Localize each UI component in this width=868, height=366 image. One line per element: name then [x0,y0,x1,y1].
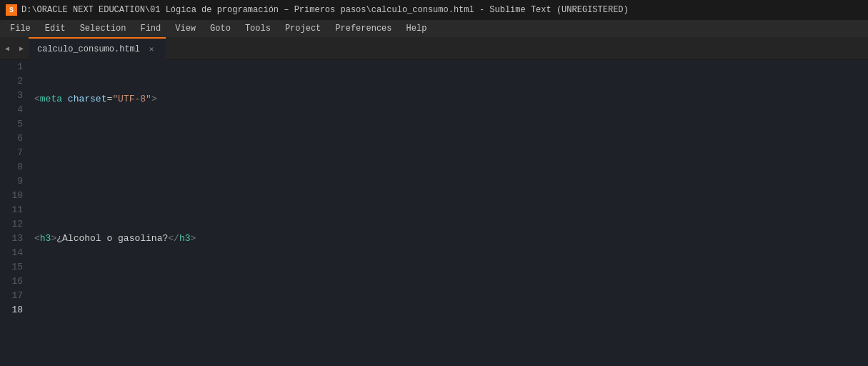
code-line-5 [31,278,868,292]
menu-bar: File Edit Selection Find View Goto Tools… [0,20,868,37]
menu-find[interactable]: Find [133,20,168,37]
tab-nav-right[interactable]: ▶ [14,37,29,60]
line-num-3: 3 [6,89,23,103]
line-num-18: 18 [6,303,23,317]
menu-selection[interactable]: Selection [73,20,134,37]
line-num-14: 14 [6,246,23,260]
menu-file[interactable]: File [3,20,38,37]
code-content[interactable]: <meta charset="UTF-8"> <h3>¿Alcohol o ga… [31,60,868,366]
menu-preferences[interactable]: Preferences [328,20,399,37]
line-num-7: 7 [6,146,23,160]
code-line-2 [31,139,868,153]
menu-goto[interactable]: Goto [203,20,238,37]
window-title: D:\ORACLE NEXT EDUCATION\01 Lógica de pr… [21,5,629,15]
line-num-6: 6 [6,132,23,146]
line-num-1: 1 [6,60,23,74]
tab-label: calculo_consumo.html [37,44,140,54]
line-num-13: 13 [6,232,23,246]
line-num-15: 15 [6,260,23,274]
line-num-10: 10 [6,189,23,203]
app-icon: S [6,4,17,16]
line-num-16: 16 [6,274,23,289]
line-numbers: 1 2 3 4 5 6 7 8 9 10 11 12 13 14 15 16 1… [0,60,31,366]
code-line-4: <h3>¿Alcohol o gasolina?</h3> [31,232,868,246]
line-num-12: 12 [6,217,23,232]
line-num-4: 4 [6,103,23,117]
code-line-6 [31,325,868,339]
menu-edit[interactable]: Edit [38,20,73,37]
code-area: 1 2 3 4 5 6 7 8 9 10 11 12 13 14 15 16 1… [0,60,868,366]
tab-bar: ◀ ▶ calculo_consumo.html ✕ [0,37,868,60]
code-line-1: <meta charset="UTF-8"> [31,92,868,107]
line-num-2: 2 [6,74,23,89]
menu-view[interactable]: View [168,20,203,37]
line-num-5: 5 [6,117,23,132]
line-num-8: 8 [6,160,23,174]
menu-help[interactable]: Help [399,20,434,37]
tab-calculo-consumo[interactable]: calculo_consumo.html ✕ [29,37,166,60]
line-num-11: 11 [6,203,23,217]
menu-project[interactable]: Project [278,20,328,37]
menu-tools[interactable]: Tools [238,20,278,37]
line-num-17: 17 [6,289,23,303]
title-bar: S D:\ORACLE NEXT EDUCATION\01 Lógica de … [0,0,868,20]
code-line-3 [31,185,868,199]
tab-nav-left[interactable]: ◀ [0,37,14,60]
line-num-9: 9 [6,174,23,189]
tab-close-button[interactable]: ✕ [146,44,157,55]
